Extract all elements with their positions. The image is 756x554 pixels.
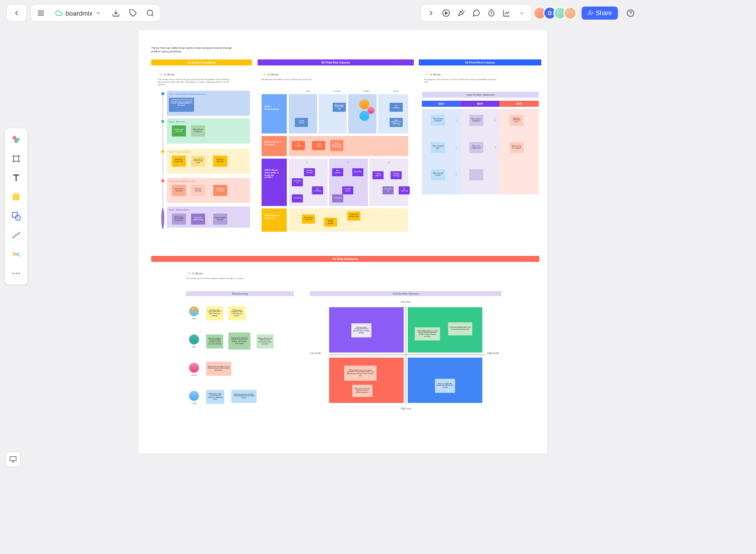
brainstorming-header: Brainstorming (186, 291, 294, 296)
note[interactable]: No marketing (312, 186, 323, 194)
note[interactable]: I am the owner of a coffee shop. The cof… (169, 98, 194, 112)
shape-tool[interactable] (8, 208, 24, 224)
note[interactable]: Arrange store efficiently, improve the d… (228, 332, 250, 350)
note[interactable]: Acquire new customers, such as local bus… (206, 362, 231, 376)
note[interactable]: Two customers (390, 103, 403, 112)
timer-button[interactable] (484, 6, 499, 21)
note[interactable]: Why does coffee shop lose? (510, 115, 524, 126)
note[interactable]: Less revenue and profit (172, 185, 186, 196)
note[interactable]: Weekday mornings (391, 171, 402, 179)
help-button[interactable] (623, 6, 638, 21)
mindmap-tool[interactable] (8, 246, 24, 262)
tag-button[interactable] (125, 6, 141, 21)
note[interactable]: $20,000 per month sales (172, 156, 186, 167)
note[interactable]: Increase product selection (324, 218, 337, 227)
quadrant-1[interactable]: Increase pricing strategically with new … (329, 307, 404, 353)
note[interactable]: Reduce the operation cost (347, 212, 360, 221)
board-title[interactable]: boardmix (50, 10, 106, 17)
note[interactable]: Less walk-ins (292, 178, 303, 186)
note[interactable]: Why are fewer customers? (431, 115, 445, 126)
download-button[interactable] (108, 6, 123, 21)
sidebar (5, 128, 27, 285)
more-tool[interactable] (8, 265, 24, 282)
note[interactable]: Need specials at the coffee shop (333, 103, 346, 112)
note[interactable]: Customer service (342, 186, 353, 194)
canvas[interactable]: Theme: How can coffee shops reduce losse… (139, 30, 547, 453)
menu-button[interactable] (33, 6, 48, 21)
quadrant-3[interactable]: Offer good discounts to the regular cust… (329, 358, 404, 403)
text-tool[interactable] (8, 170, 24, 186)
note[interactable]: How to increase the profit? (213, 214, 227, 225)
connector-tool[interactable] (8, 227, 24, 243)
note[interactable]: Reduce the rent by considering new locat… (206, 390, 224, 404)
note[interactable]: How to attract customers (302, 215, 315, 224)
note[interactable]: Why are there few coupons? (510, 142, 524, 153)
desc-3: The purpose of this section is to focus … (424, 78, 499, 83)
expand-button[interactable] (423, 6, 438, 21)
arrow-icon: › (451, 115, 461, 125)
note[interactable]: $12,000 per month gap (213, 185, 227, 196)
note[interactable]: Increase pricing strategically with new … (351, 323, 371, 337)
note[interactable]: Offer free samples, to loyalty program m… (206, 334, 223, 349)
arrow-icon: › (451, 169, 461, 179)
search-button[interactable] (143, 6, 158, 21)
note[interactable]: Launch promotional offers such as discou… (448, 322, 472, 335)
step-4[interactable]: Step 4. Real problem to solve Less reven… (167, 178, 250, 203)
note[interactable]: Less walk-ins (383, 186, 394, 194)
note[interactable]: Weekday mornings (304, 168, 315, 176)
note[interactable]: Reduce the cost of the equipment and use… (352, 385, 372, 397)
more-tools-button[interactable] (514, 6, 529, 21)
note[interactable]: Why so few people know? (469, 142, 483, 153)
note[interactable]: How to attract new customers to the shop… (172, 214, 186, 225)
note[interactable]: Add new products, including seasonal ite… (231, 390, 257, 403)
step-5[interactable]: Step 5. Refine problem How to attract ne… (167, 206, 250, 228)
step-2[interactable]: Step 2. Ideal state Increase sales per m… (167, 118, 250, 144)
shapes-tool[interactable] (8, 131, 24, 148)
avatar[interactable] (563, 7, 577, 20)
note[interactable]: More and new customers (191, 125, 205, 136)
quadrant-2[interactable]: Launch daily products, such as through q… (408, 307, 482, 353)
confetti-button[interactable] (454, 6, 469, 21)
note[interactable]: Less than 15 customers per month (191, 156, 205, 167)
note[interactable]: No marketing (399, 186, 410, 194)
note[interactable]: Launch daily products, such as through q… (415, 327, 440, 340)
quadrant-4[interactable]: Move to a high traffic location but cont… (408, 358, 482, 403)
note[interactable]: Fewer products in the coffee shop (330, 140, 343, 151)
note[interactable]: Find those high loyalty coffee fans & of… (206, 306, 223, 320)
note[interactable]: Not visible (352, 168, 363, 176)
note[interactable]: Online pricing strategies & make combo o… (228, 306, 245, 320)
best-solutions-header: Find the Best Solutions (310, 291, 501, 296)
presentation-button[interactable] (6, 452, 20, 466)
note[interactable]: $8,000 per month loss (213, 156, 227, 167)
note[interactable]: Offer good discounts to the regular cust… (344, 366, 376, 381)
note[interactable]: Why is product not popular? (469, 115, 483, 126)
person-name: Linda (189, 402, 199, 404)
note[interactable]: Limited products (372, 171, 384, 179)
sticky-note-tool[interactable] (8, 189, 24, 205)
note[interactable]: Limited varieties (295, 118, 308, 127)
note[interactable]: Fewer products in the coffee shop (390, 118, 403, 127)
note[interactable]: Main entrance (332, 168, 343, 176)
note[interactable]: Improve the product quality (191, 214, 205, 225)
note[interactable]: Increase sales per month (172, 125, 186, 136)
note[interactable]: Low pricing (332, 194, 343, 202)
play-button[interactable] (438, 6, 454, 21)
note[interactable]: Low pricing (292, 194, 303, 202)
note[interactable]: What is the first cost-effective action:… (257, 334, 274, 349)
note[interactable]: Why is the rent so high? (431, 169, 445, 180)
step-3[interactable]: Step 3. Current situation $20,000 per mo… (167, 149, 250, 174)
note[interactable]: Move to a high traffic location but cont… (435, 379, 455, 393)
note[interactable]: Two customers (292, 141, 305, 150)
comment-button[interactable] (469, 6, 484, 21)
back-button[interactable] (9, 6, 24, 21)
note[interactable] (469, 169, 483, 180)
share-button[interactable]: Share (582, 7, 618, 20)
note[interactable]: Limited varieties (312, 141, 325, 150)
chart-button[interactable] (499, 6, 514, 21)
note[interactable]: Need new marketing (191, 185, 205, 196)
svg-point-8 (16, 273, 17, 274)
avatar-icon (367, 107, 374, 114)
step-1[interactable]: Step 1. State problem/clarify background… (167, 91, 250, 116)
frame-tool[interactable] (8, 151, 24, 167)
note[interactable]: Why is the profit gap? (431, 142, 445, 153)
